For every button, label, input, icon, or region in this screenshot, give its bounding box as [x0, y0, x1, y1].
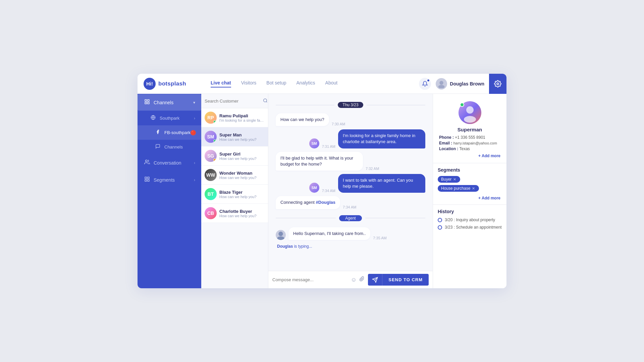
fb-southpark-label: FB-southpark [164, 130, 191, 135]
tab-visitors[interactable]: Visitors [241, 80, 257, 87]
message-row: Hello Superman, I'll taking care from.. … [276, 227, 425, 240]
notification-button[interactable] [419, 78, 431, 90]
message-bubble: I'm looking for a single family home in … [338, 129, 425, 148]
send-area: SEND TO CRM [368, 274, 429, 286]
send-to-crm-button[interactable]: SEND TO CRM [382, 274, 429, 286]
conversation-label: Conversation [154, 160, 181, 166]
avatar: SM [309, 138, 319, 148]
tag-label: Buyer [441, 177, 451, 182]
user-avatar-header [436, 78, 447, 89]
contact-name: Blaze Tiger [219, 190, 265, 195]
message-bubble: I'll be glad to help with it. What is yo… [276, 152, 363, 171]
tab-bot-setup[interactable]: Bot setup [266, 80, 286, 87]
emoji-icon[interactable]: ☺ [351, 277, 357, 283]
svg-rect-3 [145, 100, 147, 101]
chat-preview: How can we help you? [219, 195, 265, 199]
settings-button[interactable] [489, 74, 506, 94]
header-right: Douglas Brown [419, 74, 506, 94]
agent-divider: Agent [276, 215, 425, 221]
online-indicator [213, 139, 216, 142]
compose-input[interactable] [272, 277, 347, 282]
attachment-icon[interactable] [359, 276, 365, 283]
tag-close-icon[interactable]: ✕ [453, 177, 456, 182]
chat-preview: How can we help you? [219, 214, 265, 218]
message-bubble: I want to talk with an agent. Can you he… [338, 174, 425, 193]
sidebar-item-channels[interactable]: Channels ▾ [138, 94, 201, 111]
profile-section: Superman Phone : +1 336 555 8901 Email :… [433, 94, 506, 163]
contact-name: Ramu Pulipali [219, 113, 265, 118]
channels-icon [144, 99, 150, 106]
list-item[interactable]: CB Charlotte Buyer How can we help you? [201, 204, 268, 223]
sidebar-item-fb-southpark[interactable]: FB-southpark 🔴 [138, 125, 201, 140]
sidebar-item-channels-sub[interactable]: Channels [138, 140, 201, 154]
segments-chevron: › [194, 178, 195, 182]
southpark-chevron: › [194, 116, 195, 121]
chat-info: Blaze Tiger How can we help you? [219, 190, 265, 199]
profile-avatar [459, 101, 481, 124]
history-section: History 3/20 : Inquiry about property 3/… [433, 205, 506, 236]
message-time: 7:31 AM [322, 144, 335, 148]
add-more-segments-button[interactable]: + Add more [438, 194, 502, 200]
search-input[interactable] [205, 99, 261, 104]
message-time: 7:30 AM [332, 122, 345, 126]
sidebar-channels-label: Channels [154, 100, 173, 105]
profile-online-dot [460, 103, 464, 107]
send-icon-button[interactable] [368, 274, 382, 286]
history-item: 3/23 : Schedule an appointment [438, 225, 502, 230]
list-item[interactable]: SG Super Girl How can we help you? [201, 146, 268, 166]
avatar: BT [205, 188, 217, 200]
chat-info: Super Girl How can we help you? [219, 152, 265, 161]
sidebar-item-segments[interactable]: Segments › [138, 172, 201, 188]
history-item: 3/20 : Inquiry about property [438, 218, 502, 222]
sidebar-item-conversation[interactable]: Conversation › [138, 155, 201, 171]
message-time: 7:34 AM [322, 189, 335, 193]
logo-text: botsplash [158, 80, 186, 87]
channels-sub-label: Channels [164, 144, 183, 149]
chat-info: Charlotte Buyer How can we help you? [219, 209, 265, 218]
message-time: 7:35 AM [373, 236, 386, 240]
date-badge: Thu 3/23 [338, 102, 363, 108]
history-item-text: 3/23 : Schedule an appointment [445, 225, 501, 230]
user-area[interactable]: Douglas Brown [436, 78, 484, 89]
history-dot-icon [438, 225, 442, 230]
connecting-link[interactable]: #Douglas [316, 200, 336, 205]
svg-point-0 [440, 81, 444, 85]
user-name-header: Douglas Brown [450, 81, 484, 86]
list-item[interactable]: SM Super Man How can we help you? [201, 127, 268, 146]
chat-search-bar: ⋮ [201, 94, 268, 108]
sidebar: Channels ▾ Southpark › FB-southpark 🔴 [138, 94, 201, 288]
svg-rect-12 [145, 180, 147, 181]
logo-area: Hi! botsplash [144, 78, 207, 90]
svg-point-1 [438, 85, 445, 88]
message-bubble: Hello Superman, I'll taking care from.. [288, 227, 370, 240]
svg-point-22 [464, 116, 476, 123]
tab-live-chat[interactable]: Live chat [211, 80, 231, 87]
avatar: RP [205, 112, 217, 124]
message-row: I want to talk with an agent. Can you he… [276, 174, 425, 193]
profile-phone: Phone : +1 336 555 8901 [438, 135, 502, 140]
input-icons: ☺ [351, 276, 365, 283]
date-divider: Thu 3/23 [276, 102, 425, 108]
list-item[interactable]: RP Ramu Pulipali I'm looking for a singl… [201, 108, 268, 127]
chat-info: Ramu Pulipali I'm looking for a single f… [219, 113, 265, 122]
add-more-profile-button[interactable]: + Add more [438, 152, 502, 158]
list-item[interactable]: BT Blaze Tiger How can we help you? [201, 185, 268, 204]
svg-point-9 [145, 160, 147, 162]
tab-about[interactable]: About [325, 80, 338, 87]
list-item[interactable]: WW Wonder Woman How can we help you? [201, 166, 268, 185]
sidebar-item-southpark[interactable]: Southpark › [138, 111, 201, 125]
tag-close-icon[interactable]: ✕ [472, 186, 475, 191]
message-time: 7:32 AM [366, 167, 379, 171]
svg-rect-5 [145, 102, 147, 104]
svg-point-17 [277, 236, 284, 240]
svg-point-21 [466, 106, 474, 114]
history-dot-icon [438, 218, 442, 222]
message-bubble: How can we help you? [276, 113, 329, 126]
history-title: History [438, 209, 502, 214]
profile-location: Location : Texas [438, 146, 502, 151]
typing-name: Douglas [277, 244, 293, 249]
right-panel: Superman Phone : +1 336 555 8901 Email :… [433, 94, 506, 288]
southpark-label: Southpark [160, 116, 179, 121]
tab-analytics[interactable]: Analytics [297, 80, 315, 87]
profile-name: Superman [458, 127, 482, 132]
